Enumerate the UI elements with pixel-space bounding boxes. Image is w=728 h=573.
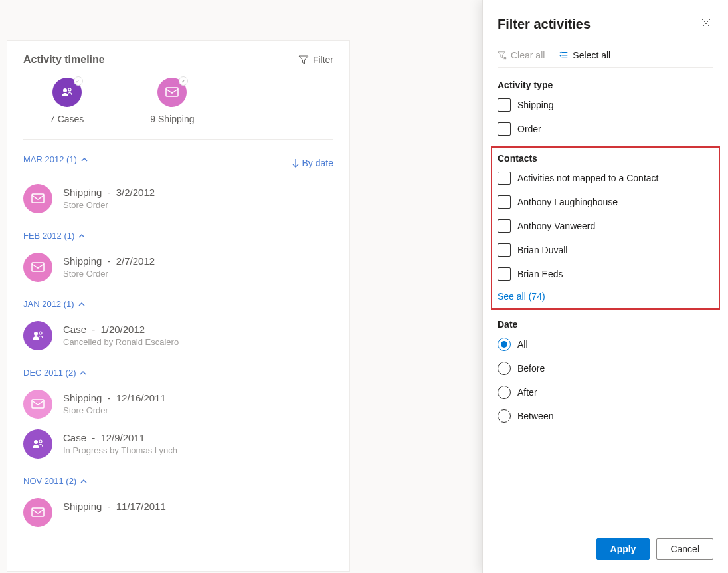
- mail-icon: [31, 262, 45, 273]
- activity-title: Case - 12/9/2011: [63, 432, 177, 443]
- activity-title: Shipping - 11/17/2011: [63, 501, 166, 512]
- activity-circle: [23, 498, 52, 527]
- activity-item[interactable]: Case - 1/20/2012 Cancelled by Ronald Esc…: [23, 316, 333, 356]
- activity-body: Case - 1/20/2012 Cancelled by Ronald Esc…: [63, 321, 179, 347]
- checkbox-row[interactable]: Order: [498, 122, 713, 136]
- filter-toolbar: Clear all Select all: [498, 50, 713, 68]
- activity-item[interactable]: Shipping - 12/16/2011 Store Order: [23, 384, 333, 424]
- activity-body: Shipping - 11/17/2011: [63, 498, 166, 512]
- summary-cases[interactable]: ✓ 7 Cases: [50, 78, 84, 124]
- person-icon: [60, 86, 74, 99]
- month-header[interactable]: NOV 2011 (2): [23, 476, 333, 486]
- activity-type-options: ShippingOrder: [498, 98, 713, 136]
- person-icon: [31, 437, 45, 451]
- clear-all-button[interactable]: Clear all: [498, 50, 545, 60]
- checkbox-row[interactable]: Brian Eeds: [498, 267, 713, 281]
- checkbox[interactable]: [498, 122, 511, 136]
- checkbox-label: Activities not mapped to a Contact: [517, 173, 658, 183]
- activity-groups: MAR 2012 (1) By date Shipping - 3/2/2012…: [23, 154, 333, 532]
- radio-label: Between: [517, 411, 553, 421]
- activity-title: Shipping - 3/2/2012: [63, 187, 155, 198]
- activity-title: Shipping - 12/16/2011: [63, 392, 166, 403]
- filter-button[interactable]: Filter: [298, 55, 333, 65]
- funnel-icon: [298, 55, 309, 65]
- funnel-clear-icon: [498, 51, 507, 60]
- radio-label: After: [517, 387, 537, 398]
- checkbox-row[interactable]: Brian Duvall: [498, 243, 713, 257]
- sort-by-date[interactable]: By date: [292, 158, 333, 168]
- chevron-up-icon: [78, 301, 85, 308]
- radio-row[interactable]: All: [498, 338, 713, 351]
- summary-shipping[interactable]: ✓ 9 Shipping: [150, 78, 194, 124]
- mail-icon: [31, 399, 45, 409]
- activity-subtitle: Store Order: [63, 269, 155, 279]
- radio-label: All: [517, 339, 528, 350]
- checkbox[interactable]: [498, 219, 511, 233]
- checkbox-row[interactable]: Anthony Vanweerd: [498, 219, 713, 233]
- mail-icon: [31, 193, 45, 204]
- person-icon: [31, 329, 45, 342]
- svg-point-5: [34, 332, 38, 336]
- activity-body: Shipping - 2/7/2012 Store Order: [63, 253, 155, 279]
- radio[interactable]: [498, 338, 511, 351]
- activity-subtitle: Cancelled by Ronald Escalero: [63, 337, 179, 347]
- chevron-up-icon: [81, 156, 88, 163]
- checkbox[interactable]: [498, 98, 511, 112]
- filter-header: Filter activities: [498, 16, 713, 33]
- radio[interactable]: [498, 386, 511, 399]
- radio-row[interactable]: Between: [498, 409, 713, 423]
- checkbox-label: Order: [517, 124, 541, 134]
- svg-point-6: [39, 332, 42, 334]
- radio-row[interactable]: Before: [498, 362, 713, 375]
- apply-button[interactable]: Apply: [596, 538, 650, 560]
- month-header[interactable]: DEC 2011 (2): [23, 368, 333, 378]
- chevron-up-icon: [80, 478, 87, 485]
- timeline-title: Activity timeline: [23, 54, 105, 66]
- checkbox[interactable]: [498, 195, 511, 209]
- activity-subtitle: Store Order: [63, 200, 155, 210]
- summary-row: ✓ 7 Cases ✓ 9 Shipping: [23, 78, 333, 140]
- svg-rect-2: [166, 88, 178, 96]
- activity-item[interactable]: Case - 12/9/2011 In Progress by Thomas L…: [23, 424, 333, 464]
- checkbox[interactable]: [498, 243, 511, 257]
- svg-rect-7: [32, 400, 44, 408]
- check-badge: ✓: [179, 76, 188, 86]
- filter-title: Filter activities: [498, 17, 591, 32]
- contacts-options: Activities not mapped to a ContactAnthon…: [498, 172, 713, 281]
- activity-subtitle: In Progress by Thomas Lynch: [63, 445, 177, 455]
- activity-type-heading: Activity type: [498, 80, 713, 90]
- checkbox-row[interactable]: Activities not mapped to a Contact: [498, 172, 713, 185]
- svg-point-8: [34, 440, 38, 444]
- activity-item[interactable]: Shipping - 3/2/2012 Store Order: [23, 179, 333, 219]
- checkbox[interactable]: [498, 267, 511, 281]
- checkbox-label: Brian Duvall: [517, 245, 567, 255]
- month-header[interactable]: FEB 2012 (1): [23, 231, 333, 241]
- checkbox-row[interactable]: Anthony Laughinghouse: [498, 195, 713, 209]
- select-all-button[interactable]: Select all: [559, 50, 610, 60]
- month-header[interactable]: JAN 2012 (1): [23, 299, 333, 309]
- activity-item[interactable]: Shipping - 11/17/2011: [23, 493, 333, 532]
- activity-circle: [23, 390, 52, 419]
- month-header[interactable]: MAR 2012 (1): [23, 154, 88, 164]
- close-button[interactable]: [699, 16, 713, 33]
- checkbox-row[interactable]: Shipping: [498, 98, 713, 112]
- check-badge: ✓: [74, 76, 83, 86]
- checkbox[interactable]: [498, 172, 511, 185]
- radio-row[interactable]: After: [498, 386, 713, 399]
- activity-timeline-panel: Activity timeline Filter ✓ 7 Cases ✓ 9 S…: [7, 40, 350, 572]
- see-all-link[interactable]: See all (74): [498, 291, 713, 302]
- activity-title: Shipping - 2/7/2012: [63, 255, 155, 267]
- activity-item[interactable]: Shipping - 2/7/2012 Store Order: [23, 247, 333, 287]
- cancel-button[interactable]: Cancel: [656, 538, 713, 560]
- activity-title: Case - 1/20/2012: [63, 324, 179, 335]
- filter-panel: Filter activities Clear all Select all A…: [482, 0, 728, 573]
- activity-circle: [23, 253, 52, 282]
- close-icon: [701, 19, 711, 28]
- activity-circle: [23, 321, 52, 350]
- timeline-header: Activity timeline Filter: [23, 54, 333, 66]
- radio[interactable]: [498, 362, 511, 375]
- activity-body: Case - 12/9/2011 In Progress by Thomas L…: [63, 429, 177, 455]
- activity-subtitle: Store Order: [63, 405, 166, 415]
- radio[interactable]: [498, 409, 511, 423]
- svg-rect-4: [32, 263, 44, 271]
